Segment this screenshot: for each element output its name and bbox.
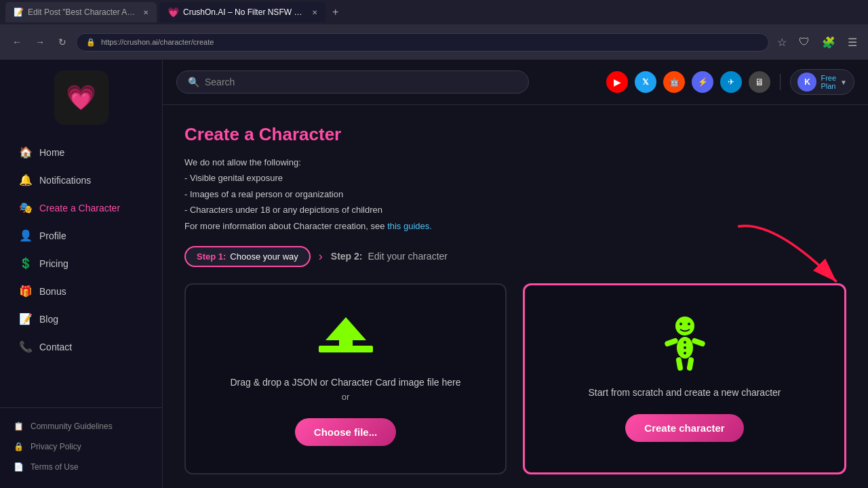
contact-icon: 📞 — [19, 340, 33, 353]
guide-info: For more information about Character cre… — [184, 218, 846, 234]
sidebar-label-pricing: Pricing — [39, 258, 68, 269]
bonus-icon: 🎁 — [19, 285, 33, 298]
sidebar-label-contact: Contact — [39, 342, 72, 352]
search-icon: 🔍 — [188, 77, 199, 87]
sidebar-label-profile: Profile — [39, 230, 66, 241]
community-guidelines-link[interactable]: 📋 Community Guidelines — [0, 416, 162, 436]
discord-link[interactable]: ⚡ — [692, 71, 713, 93]
character-figure-icon — [658, 315, 712, 376]
home-icon: 🏠 — [19, 146, 33, 159]
social-icons: ▶ 𝕏 🤖 ⚡ ✈ 🖥 K Free Plan ▼ — [606, 69, 854, 95]
step2-label: Step 2: — [331, 251, 363, 262]
upload-icon — [319, 312, 373, 366]
cards-row: Drag & drop a JSON or Character Card ima… — [184, 283, 846, 474]
tab2-close[interactable]: ✕ — [312, 9, 317, 16]
title-bar: 📝 Edit Post "Best Character AI N... ✕ 💗 … — [0, 0, 868, 24]
tab1-close[interactable]: ✕ — [143, 9, 149, 16]
tab-2[interactable]: 💗 CrushOn.AI – No Filter NSFW C... ✕ — [159, 2, 326, 22]
svg-point-10 — [688, 323, 690, 325]
choose-file-button[interactable]: Choose file... — [295, 418, 396, 446]
upload-subtext: or — [230, 392, 460, 402]
telegram-link[interactable]: ✈ — [720, 71, 742, 93]
bookmark-button[interactable]: ☆ — [774, 33, 789, 52]
tab2-label: CrushOn.AI – No Filter NSFW C... — [183, 7, 305, 17]
menu-button[interactable]: ☰ — [845, 33, 860, 52]
main-content: 🔍 Search ▶ 𝕏 🤖 ⚡ ✈ 🖥 K Free Plan — [163, 60, 868, 488]
terms-icon: 📄 — [14, 462, 24, 472]
community-icon: 📋 — [14, 422, 24, 431]
sidebar-label-home: Home — [39, 147, 64, 158]
tab2-favicon: 💗 — [167, 7, 179, 18]
sidebar-item-create-character[interactable]: 🎭 Create a Character — [5, 195, 157, 221]
app-layout: 💗 🏠 Home 🔔 Notifications 🎭 Create a Char… — [0, 60, 868, 488]
upload-text: Drag & drop a JSON or Character Card ima… — [230, 377, 460, 388]
privacy-policy-link[interactable]: 🔒 Privacy Policy — [0, 436, 162, 457]
svg-point-12 — [684, 346, 686, 349]
monitor-link[interactable]: 🖥 — [749, 71, 770, 93]
app-logo: 💗 — [54, 70, 108, 125]
svg-rect-7 — [675, 357, 683, 371]
create-character-button[interactable]: Create character — [625, 414, 743, 442]
tab-1[interactable]: 📝 Edit Post "Best Character AI N... ✕ — [5, 2, 157, 22]
url-text: https://crushon.ai/character/create — [101, 38, 214, 46]
svg-rect-8 — [686, 357, 694, 371]
reload-button[interactable]: ↻ — [54, 34, 71, 50]
svg-point-3 — [675, 317, 694, 336]
bell-icon: 🔔 — [19, 174, 33, 186]
sidebar-item-home[interactable]: 🏠 Home — [5, 139, 157, 165]
svg-marker-2 — [326, 317, 366, 346]
svg-rect-6 — [691, 338, 706, 347]
upload-card-text: Drag & drop a JSON or Character Card ima… — [230, 377, 460, 402]
sidebar-item-notifications[interactable]: 🔔 Notifications — [5, 167, 157, 193]
sidebar: 💗 🏠 Home 🔔 Notifications 🎭 Create a Char… — [0, 60, 163, 488]
guide-link[interactable]: this guides. — [387, 221, 432, 231]
tab1-label: Edit Post "Best Character AI N... — [28, 7, 136, 17]
browser-chrome: 📝 Edit Post "Best Character AI N... ✕ 💗 … — [0, 0, 868, 60]
terms-of-use-link[interactable]: 📄 Terms of Use — [0, 457, 162, 477]
top-search-area: 🔍 Search ▶ 𝕏 🤖 ⚡ ✈ 🖥 K Free Plan — [163, 60, 868, 105]
back-button[interactable]: ← — [8, 34, 26, 50]
profile-icon: 👤 — [19, 229, 33, 242]
forward-button[interactable]: → — [31, 34, 49, 50]
reddit-link[interactable]: 🤖 — [663, 71, 685, 93]
page-title: Create a Character — [184, 124, 846, 145]
extensions-button[interactable]: 🧩 — [819, 33, 838, 52]
svg-point-9 — [679, 323, 682, 325]
sidebar-item-pricing[interactable]: 💲 Pricing — [5, 250, 157, 277]
avatar: K — [797, 73, 816, 92]
shield-button[interactable]: 🛡 — [796, 33, 812, 51]
new-tab-button[interactable]: + — [328, 6, 342, 18]
secure-icon: 🔒 — [86, 38, 96, 47]
search-box[interactable]: 🔍 Search — [176, 70, 529, 94]
rules-section: We do not allow the following: - Visible… — [184, 155, 846, 234]
chevron-down-icon: ▼ — [840, 79, 847, 86]
sidebar-label-bonus: Bonus — [39, 286, 66, 297]
step1-value: Choose your way — [230, 251, 298, 262]
step2-value: Edit your character — [368, 251, 448, 262]
step-arrow-icon: › — [319, 249, 323, 264]
youtube-link[interactable]: ▶ — [606, 71, 628, 93]
sidebar-item-profile[interactable]: 👤 Profile — [5, 222, 157, 249]
sidebar-footer: 📋 Community Guidelines 🔒 Privacy Policy … — [0, 407, 162, 477]
character-icon: 🎭 — [19, 201, 33, 214]
address-bar[interactable]: 🔒 https://crushon.ai/character/create — [76, 33, 769, 52]
sidebar-item-contact[interactable]: 📞 Contact — [5, 333, 157, 360]
twitter-link[interactable]: 𝕏 — [635, 71, 656, 93]
step1-label: Step 1: — [197, 251, 226, 262]
nav-icons: ☆ 🛡 🧩 ☰ — [774, 33, 860, 52]
step1-pill[interactable]: Step 1: Choose your way — [184, 246, 311, 267]
sidebar-item-bonus[interactable]: 🎁 Bonus — [5, 278, 157, 304]
svg-point-13 — [684, 352, 686, 354]
svg-rect-5 — [664, 338, 679, 347]
sidebar-label-create: Create a Character — [39, 203, 120, 214]
upload-card: Drag & drop a JSON or Character Card ima… — [184, 283, 507, 474]
svg-rect-1 — [319, 346, 373, 352]
sidebar-item-blog[interactable]: 📝 Blog — [5, 306, 157, 332]
terms-label: Terms of Use — [31, 462, 79, 472]
scratch-card-text: Start from scratch and create a new char… — [588, 387, 781, 398]
rule-1: - Visible genital exposure — [184, 170, 846, 186]
step2-container: Step 2: Edit your character — [331, 251, 448, 262]
pricing-icon: 💲 — [19, 257, 33, 270]
steps-bar: Step 1: Choose your way › Step 2: Edit y… — [184, 246, 846, 267]
user-badge[interactable]: K Free Plan ▼ — [790, 69, 854, 95]
